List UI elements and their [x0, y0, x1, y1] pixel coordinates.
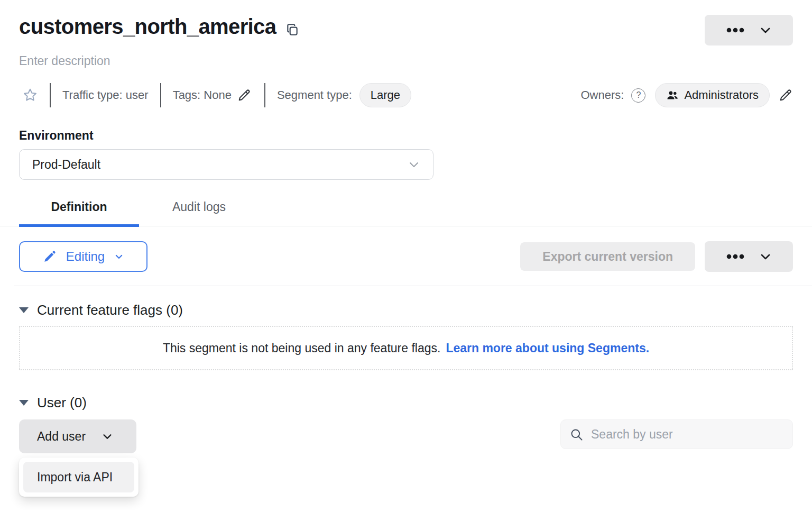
header-more-button[interactable]: [705, 15, 793, 45]
add-user-wrap: Add user Import via API: [19, 419, 136, 453]
page-title: customers_north_america: [19, 15, 276, 39]
add-user-label: Add user: [37, 430, 86, 444]
environment-label: Environment: [19, 129, 793, 143]
description-placeholder[interactable]: Enter description: [19, 54, 793, 68]
user-row: Add user Import via API: [19, 419, 793, 453]
menu-item-import-via-api[interactable]: Import via API: [23, 462, 134, 492]
tab-definition-label: Definition: [51, 200, 107, 214]
chevron-down-icon: [408, 158, 420, 171]
meta-row: Traffic type: user Tags: None Segment ty…: [19, 82, 793, 108]
owners-group: Owners: ? Administrators: [580, 83, 793, 107]
editing-dropdown-button[interactable]: Editing: [19, 241, 147, 272]
header: customers_north_america: [19, 0, 793, 45]
owners-value: Administrators: [684, 88, 759, 102]
add-user-menu: Import via API: [19, 458, 139, 497]
tags-label: Tags: None: [173, 88, 232, 102]
divider: [264, 83, 265, 107]
magnifier-icon: [569, 427, 584, 442]
user-section-header[interactable]: User (0): [19, 395, 87, 411]
chevron-down-icon: [102, 431, 113, 442]
ellipsis-icon: [726, 254, 744, 259]
pencil-icon: [43, 250, 57, 263]
definition-toolbar: Editing Export current version: [19, 241, 793, 272]
tabs: Definition Audit logs: [0, 200, 812, 226]
copy-icon[interactable]: [285, 23, 299, 36]
toolbar-more-button[interactable]: [705, 241, 793, 272]
tab-audit-logs-label: Audit logs: [172, 200, 226, 214]
owners-label: Owners:: [580, 88, 624, 102]
divider: [50, 83, 51, 107]
empty-state-text: This segment is not being used in any fe…: [163, 341, 440, 355]
user-search-input[interactable]: [590, 427, 784, 442]
export-current-version-button[interactable]: Export current version: [520, 242, 695, 271]
star-icon[interactable]: [22, 87, 38, 103]
chevron-down-icon: [114, 252, 124, 261]
user-section-title: User (0): [37, 395, 87, 411]
divider: [160, 83, 161, 107]
title-wrap: customers_north_america: [19, 15, 299, 39]
section-divider: [14, 286, 812, 286]
toolbar-right: Export current version: [520, 241, 793, 272]
editing-label: Editing: [66, 249, 105, 264]
feature-flags-title: Current feature flags (0): [37, 302, 183, 318]
question-circle-icon[interactable]: ?: [631, 88, 645, 103]
triangle-down-icon: [19, 400, 29, 406]
segment-type-label: Segment type:: [277, 88, 352, 102]
feature-flags-empty-state: This segment is not being used in any fe…: [19, 326, 793, 370]
tab-definition[interactable]: Definition: [19, 200, 139, 226]
people-icon: [666, 89, 679, 102]
triangle-down-icon: [19, 307, 29, 313]
owners-badge[interactable]: Administrators: [655, 83, 770, 107]
edit-tags-pencil-icon[interactable]: [237, 88, 252, 103]
chevron-down-icon: [759, 250, 772, 263]
segment-detail-page: customers_north_america Enter descriptio…: [0, 0, 812, 530]
add-user-button[interactable]: Add user: [19, 419, 136, 453]
user-search[interactable]: [560, 419, 793, 449]
edit-owners-pencil-icon[interactable]: [778, 88, 793, 103]
segment-type-badge: Large: [359, 83, 411, 107]
tab-audit-logs[interactable]: Audit logs: [139, 200, 259, 226]
environment-select[interactable]: Prod-Default: [19, 149, 433, 180]
environment-selected-value: Prod-Default: [32, 158, 100, 172]
chevron-down-icon: [759, 24, 772, 36]
traffic-type-label: Traffic type: user: [62, 88, 149, 102]
feature-flags-section-header[interactable]: Current feature flags (0): [19, 302, 183, 318]
learn-more-link[interactable]: Learn more about using Segments.: [446, 341, 649, 355]
ellipsis-icon: [726, 28, 744, 33]
